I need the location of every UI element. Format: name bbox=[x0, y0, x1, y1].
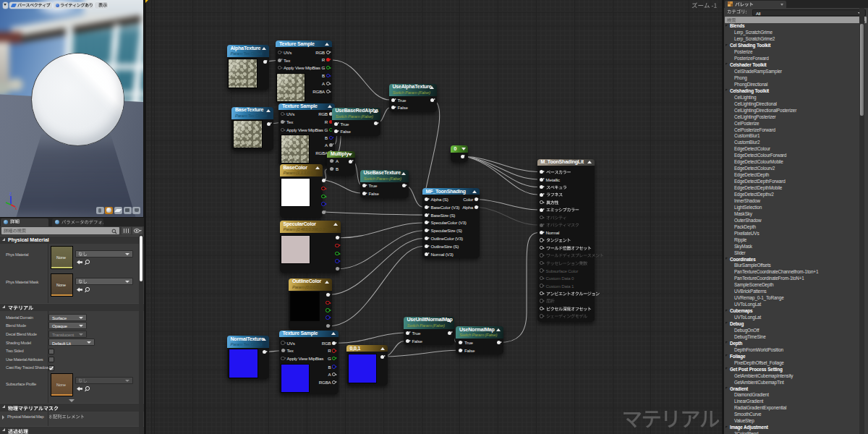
svg-text:x: x bbox=[15, 206, 17, 210]
svg-text:Z: Z bbox=[9, 192, 12, 196]
